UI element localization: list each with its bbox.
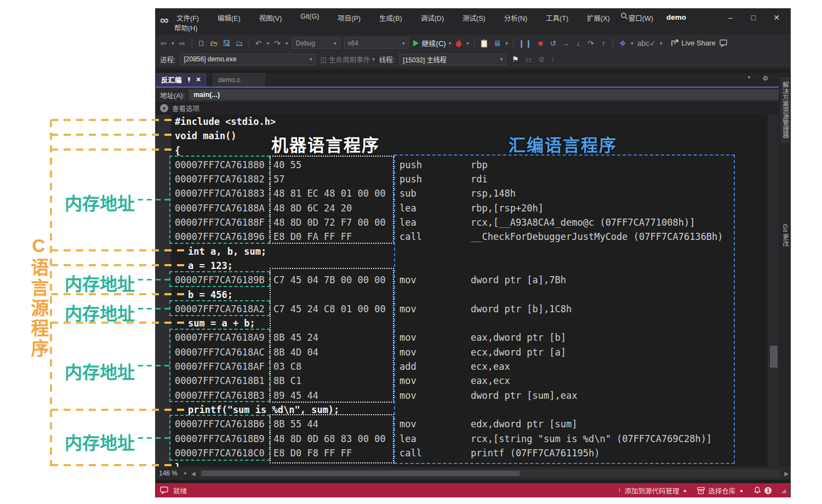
- flag-icon[interactable]: ⚑: [511, 54, 520, 64]
- undo-caret-icon[interactable]: ▾: [267, 41, 270, 46]
- nav-forward-icon[interactable]: ⇨: [178, 38, 187, 48]
- scroll-right-icon[interactable]: ▶: [783, 471, 790, 477]
- disassembly-line[interactable]: 00007FF7CA761896E8 D0 FA FF FFcall__Chec…: [173, 230, 768, 244]
- horizontal-scroll-thumb[interactable]: [202, 471, 520, 476]
- step-into-icon[interactable]: ↓: [574, 38, 583, 48]
- source-line[interactable]: }: [173, 460, 768, 467]
- horizontal-scrollbar[interactable]: [199, 469, 781, 477]
- continue-button[interactable]: 继续(C) ▾: [413, 38, 452, 48]
- disassembly-line[interactable]: 00007FF7CA7618B389 45 44movdword ptr [su…: [173, 388, 768, 403]
- live-share-button[interactable]: Live Share: [671, 39, 716, 47]
- toolbox-gear-icon[interactable]: ⚙: [762, 75, 768, 82]
- solution-config-dropdown[interactable]: Debug▾: [292, 37, 340, 49]
- new-project-icon[interactable]: 🗋: [197, 38, 206, 48]
- stack-frame-icon[interactable]: ⚏: [524, 54, 533, 64]
- platform-dropdown[interactable]: x64▾: [344, 37, 409, 49]
- zoom-dropdown[interactable]: 146 %▾: [156, 469, 190, 477]
- source-line[interactable]: {: [173, 144, 768, 158]
- tab-solution-explorer[interactable]: 解决方案资源管理器: [780, 77, 790, 143]
- disassembly-line[interactable]: 00007FF7CA7618B948 8D 0D 68 83 00 00lear…: [173, 432, 768, 446]
- thread-dropdown[interactable]: [15032] 主线程▾: [399, 54, 506, 65]
- suspend-icon[interactable]: ⊘: [537, 54, 546, 64]
- minimize-button[interactable]: –: [719, 10, 742, 25]
- overflow-caret-icon[interactable]: ⋮: [550, 56, 555, 62]
- address-input[interactable]: main(...) ▾: [189, 89, 786, 100]
- hot-reload-icon[interactable]: [455, 39, 463, 48]
- menu-item[interactable]: 测试(S): [460, 12, 488, 24]
- apply-changes-icon[interactable]: 📋: [480, 38, 489, 48]
- step-over-icon[interactable]: ↷: [586, 38, 595, 48]
- vertical-scrollbar[interactable]: [768, 114, 779, 467]
- scroll-left-icon[interactable]: ◀: [190, 471, 197, 477]
- select-repository-button[interactable]: 选择仓库 ▲: [697, 485, 744, 496]
- hot-reload-caret-icon[interactable]: ▾: [466, 41, 469, 46]
- menu-item-help[interactable]: 帮助(H): [174, 22, 197, 33]
- source-line[interactable]: b = 456;: [173, 288, 768, 302]
- save-all-icon[interactable]: 🗂: [235, 38, 244, 48]
- view-options-bar[interactable]: ▾ 查看选项: [156, 102, 790, 114]
- nav-back-icon[interactable]: ⇦: [159, 38, 168, 48]
- menu-item[interactable]: 项目(P): [335, 12, 363, 24]
- tab-disassembly[interactable]: 反汇编 ✕: [156, 73, 207, 87]
- disassembly-code-view[interactable]: #include <stdio.h>void main(){00007FF7CA…: [173, 114, 768, 467]
- disassembly-line[interactable]: 00007FF7CA7618AC8B 4D 04movecx,dword ptr…: [173, 345, 768, 359]
- notifications-button[interactable]: 1: [754, 486, 772, 494]
- disassembly-line[interactable]: 00007FF7CA76189BC7 45 04 7B 00 00 00movd…: [173, 273, 768, 287]
- source-line[interactable]: #include <stdio.h>: [173, 114, 768, 129]
- disassembly-line[interactable]: 00007FF7CA76188257pushrdi: [173, 172, 768, 186]
- break-all-icon[interactable]: ❙❙: [518, 38, 532, 48]
- redo-caret-icon[interactable]: ▾: [286, 41, 288, 46]
- process-dropdown[interactable]: [20856] demo.exe▾: [180, 54, 316, 65]
- tab-close-icon[interactable]: ✕: [196, 76, 201, 83]
- disassembly-line[interactable]: 00007FF7CA76188348 81 EC 48 01 00 00subr…: [173, 186, 768, 201]
- restart-icon[interactable]: ↺: [549, 38, 557, 48]
- source-line[interactable]: a = 123;: [173, 259, 768, 273]
- vertical-scroll-thumb[interactable]: [770, 346, 778, 368]
- disassembly-line[interactable]: 00007FF7CA7618A2C7 45 24 C8 01 00 00movd…: [173, 302, 768, 316]
- disassembly-line[interactable]: 00007FF7CA7618AF03 C8addecx,eax: [173, 359, 768, 374]
- stop-debug-icon[interactable]: ■: [536, 38, 545, 48]
- disassembly-line[interactable]: 00007FF7CA76188040 55pushrbp: [173, 158, 768, 172]
- source-line[interactable]: int a, b, sum;: [173, 244, 768, 259]
- breakpoint-gutter[interactable]: [156, 114, 172, 467]
- tab-git-changes[interactable]: Git 更改: [780, 220, 790, 251]
- disassembly-line[interactable]: 00007FF7CA76188A48 8D 6C 24 20learbp,[rs…: [173, 201, 768, 215]
- source-line[interactable]: void main(): [173, 129, 768, 143]
- save-icon[interactable]: 🖫: [222, 38, 231, 48]
- search-control[interactable]: ▾: [620, 12, 635, 20]
- close-button[interactable]: ✕: [765, 10, 788, 25]
- menu-item[interactable]: Git(G): [298, 12, 321, 24]
- redo-icon[interactable]: ↷: [273, 38, 282, 48]
- disassembly-line[interactable]: 00007FF7CA76188F48 8D 0D 72 F7 00 00lear…: [173, 215, 768, 230]
- diagnostics-caret-icon[interactable]: ▾: [505, 41, 508, 46]
- add-to-source-control-button[interactable]: ↑ 添加到源代码管理 ▲: [618, 485, 687, 496]
- menu-item[interactable]: 视图(V): [257, 12, 284, 24]
- menu-item[interactable]: 分析(N): [502, 12, 529, 24]
- source-line[interactable]: sum = a + b;: [173, 316, 768, 330]
- nav-back-caret-icon[interactable]: ▾: [172, 41, 174, 46]
- open-folder-icon[interactable]: 🗁: [210, 38, 219, 48]
- maximize-button[interactable]: □: [742, 10, 765, 25]
- tab-list-caret-icon[interactable]: ▾: [748, 75, 751, 82]
- show-next-statement-icon[interactable]: →: [561, 38, 570, 48]
- disassembly-line[interactable]: 00007FF7CA7618B18B C1moveax,ecx: [173, 374, 768, 388]
- disassembly-line[interactable]: 00007FF7CA7618A98B 45 24moveax,dword ptr…: [173, 330, 768, 345]
- disassembly-line[interactable]: 00007FF7CA7618B68B 55 44movedx,dword ptr…: [173, 417, 768, 431]
- more-options-caret-icon[interactable]: ▾: [660, 41, 663, 46]
- undo-icon[interactable]: ↶: [254, 38, 263, 48]
- feedback-bubble-icon[interactable]: [160, 486, 169, 494]
- feedback-icon[interactable]: [720, 39, 728, 47]
- show-diagnostics-icon[interactable]: 🖥: [493, 38, 501, 48]
- lifecycle-events-button[interactable]: ◫ 生命周期事件 ▾: [320, 54, 374, 65]
- pin-icon[interactable]: [186, 77, 192, 83]
- step-out-icon[interactable]: ↑: [599, 38, 608, 48]
- code-map-caret-icon[interactable]: ▾: [631, 41, 633, 46]
- menu-item[interactable]: 扩展(X): [585, 12, 612, 24]
- disassembly-line[interactable]: 00007FF7CA7618C0E8 D0 F8 FF FFcallprintf…: [173, 446, 768, 460]
- menu-item[interactable]: 编辑(E): [215, 12, 243, 24]
- spell-check-icon[interactable]: abc✓: [637, 38, 656, 48]
- menu-item[interactable]: 生成(B): [377, 12, 404, 24]
- code-map-icon[interactable]: ❖: [618, 38, 627, 48]
- menu-item[interactable]: 调试(D): [419, 12, 446, 24]
- source-line[interactable]: printf("sum is %d\n", sum);: [173, 403, 768, 417]
